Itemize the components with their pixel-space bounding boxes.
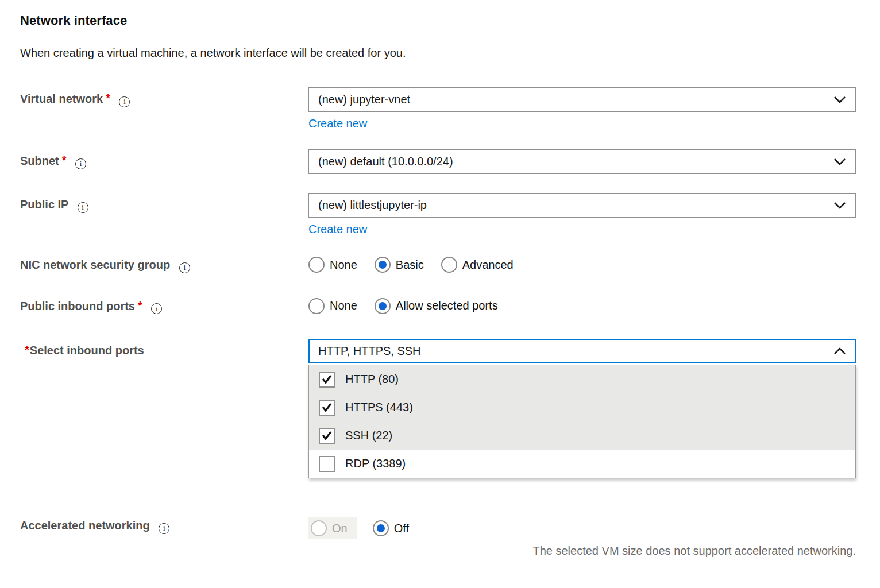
check-icon <box>322 431 333 440</box>
info-icon[interactable]: i <box>159 523 169 534</box>
select-inbound-ports-label-text: Select inbound ports <box>30 344 144 357</box>
nic-nsg-label: NIC network security group i <box>20 257 308 273</box>
accelerated-networking-label: Accelerated networking i <box>20 517 308 534</box>
radio-button[interactable] <box>308 257 325 273</box>
checkbox[interactable] <box>319 428 335 444</box>
radio-label: Basic <box>396 258 424 272</box>
virtual-network-label: Virtual network* i <box>20 87 308 107</box>
public-inbound-ports-label: Public inbound ports* i <box>20 298 308 315</box>
public-inbound-ports-option-none[interactable]: None <box>308 298 357 314</box>
accelerated-networking-label-text: Accelerated networking <box>20 519 150 532</box>
public-inbound-ports-radio-group: None Allow selected ports <box>308 298 856 314</box>
public-ip-select[interactable]: (new) littlestjupyter-ip <box>308 193 856 218</box>
create-new-public-ip-link[interactable]: Create new <box>308 223 367 236</box>
radio-button[interactable] <box>373 520 389 536</box>
radio-label: Allow selected ports <box>396 299 498 312</box>
public-inbound-ports-label-text: Public inbound ports <box>20 300 135 312</box>
accelerated-networking-note: The selected VM size does not support ac… <box>308 544 856 558</box>
port-option-label: SSH (22) <box>345 429 392 442</box>
subnet-select[interactable]: (new) default (10.0.0.0/24) <box>308 149 856 174</box>
port-option-label: HTTP (80) <box>345 373 399 386</box>
chevron-up-icon <box>833 347 846 355</box>
port-option-ssh[interactable]: SSH (22) <box>309 421 855 450</box>
radio-button[interactable] <box>375 257 391 273</box>
create-new-virtual-network-link[interactable]: Create new <box>308 117 367 130</box>
radio-button[interactable] <box>441 257 457 273</box>
radio-label: Off <box>394 522 409 535</box>
info-icon[interactable]: i <box>119 96 130 107</box>
page-description: When creating a virtual machine, a netwo… <box>20 47 856 60</box>
radio-label: Advanced <box>462 258 514 272</box>
subnet-label: Subnet* i <box>20 149 308 169</box>
form-row-public-ip: Public IP i (new) littlestjupyter-ip Cre… <box>20 193 856 236</box>
public-ip-label: Public IP i <box>20 193 308 213</box>
port-option-rdp[interactable]: RDP (3389) <box>309 450 855 478</box>
inbound-ports-dropdown-panel: HTTP (80) HTTPS (443) SSH (22) <box>308 365 856 478</box>
check-icon <box>322 403 333 412</box>
inbound-ports-value: HTTP, HTTPS, SSH <box>318 345 421 358</box>
virtual-network-label-text: Virtual network <box>20 92 103 105</box>
network-interface-form: Network interface When creating a virtua… <box>0 0 880 558</box>
checkbox[interactable] <box>319 400 335 416</box>
port-option-label: HTTPS (443) <box>345 401 413 414</box>
form-row-subnet: Subnet* i (new) default (10.0.0.0/24) <box>20 149 856 174</box>
port-option-https[interactable]: HTTPS (443) <box>309 393 855 421</box>
accelerated-networking-toggle: On Off <box>308 517 856 539</box>
form-row-virtual-network: Virtual network* i (new) jupyter-vnet Cr… <box>20 87 856 130</box>
nic-nsg-label-text: NIC network security group <box>20 258 170 271</box>
virtual-network-select[interactable]: (new) jupyter-vnet <box>308 87 856 112</box>
nic-nsg-option-none[interactable]: None <box>308 257 357 273</box>
form-row-accelerated-networking: Accelerated networking i On Off The sele… <box>20 517 856 558</box>
chevron-down-icon <box>833 158 846 165</box>
nic-nsg-option-basic[interactable]: Basic <box>375 257 424 273</box>
inbound-ports-select[interactable]: HTTP, HTTPS, SSH <box>308 339 856 363</box>
checkbox[interactable] <box>319 372 335 388</box>
radio-label: None <box>330 258 357 272</box>
form-row-select-inbound-ports: *Select inbound ports HTTP, HTTPS, SSH H… <box>20 339 856 478</box>
radio-label: On <box>332 522 348 535</box>
port-option-http[interactable]: HTTP (80) <box>309 365 855 393</box>
info-icon[interactable]: i <box>151 303 162 314</box>
check-icon <box>322 374 333 384</box>
radio-label: None <box>330 299 357 312</box>
select-inbound-ports-label: *Select inbound ports <box>20 339 308 357</box>
form-row-nic-nsg: NIC network security group i None Basic … <box>20 257 856 273</box>
accelerated-networking-option-on: On <box>308 517 357 539</box>
accelerated-networking-option-off[interactable]: Off <box>373 520 409 536</box>
required-asterisk: * <box>106 92 110 105</box>
page-title: Network interface <box>20 0 856 28</box>
port-option-label: RDP (3389) <box>345 457 406 470</box>
required-asterisk: * <box>138 299 142 312</box>
chevron-down-icon <box>833 96 846 103</box>
chevron-down-icon <box>833 202 846 209</box>
public-inbound-ports-option-allow[interactable]: Allow selected ports <box>375 298 498 314</box>
nic-nsg-option-advanced[interactable]: Advanced <box>441 257 514 273</box>
form-row-public-inbound-ports: Public inbound ports* i None Allow selec… <box>20 298 856 315</box>
public-ip-label-text: Public IP <box>20 198 68 211</box>
info-icon[interactable]: i <box>75 158 86 169</box>
nic-nsg-radio-group: None Basic Advanced <box>308 257 856 273</box>
required-asterisk: * <box>25 343 29 356</box>
subnet-label-text: Subnet <box>20 154 59 167</box>
checkbox[interactable] <box>319 456 335 472</box>
radio-button[interactable] <box>308 298 325 314</box>
radio-button[interactable] <box>375 298 391 314</box>
info-icon[interactable]: i <box>78 202 88 213</box>
required-asterisk: * <box>62 154 67 167</box>
info-icon[interactable]: i <box>179 262 190 273</box>
subnet-value: (new) default (10.0.0.0/24) <box>318 155 453 168</box>
virtual-network-value: (new) jupyter-vnet <box>318 93 410 106</box>
public-ip-value: (new) littlestjupyter-ip <box>318 199 427 212</box>
radio-button <box>311 520 327 536</box>
